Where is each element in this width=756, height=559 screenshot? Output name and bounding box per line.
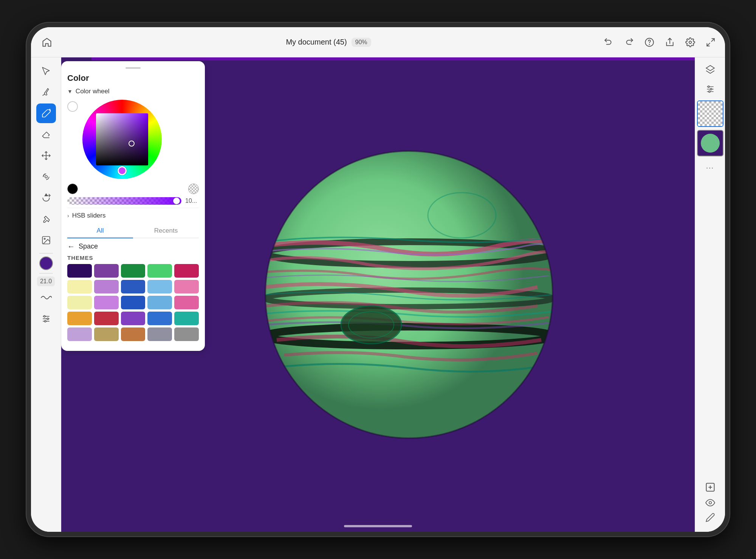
sat-dark-overlay	[96, 113, 148, 165]
swatch-2-1[interactable]	[67, 280, 92, 293]
eyedropper-tool-button[interactable]	[36, 209, 56, 229]
tab-recents[interactable]: Recents	[133, 224, 199, 238]
undo-button[interactable]	[602, 36, 615, 49]
more-options-button[interactable]: ···	[702, 159, 719, 176]
themes-label: THEMES	[67, 255, 199, 261]
svg-point-15	[44, 320, 46, 322]
color-swatches-row-5	[67, 327, 199, 341]
share-button[interactable]	[663, 36, 677, 49]
swatch-1-4[interactable]	[147, 264, 172, 278]
color-tabs: All Recents	[67, 224, 199, 238]
add-layer-button[interactable]	[705, 482, 716, 495]
layer-thumb-1[interactable]	[697, 100, 723, 127]
adjustments2-tool-button[interactable]	[36, 309, 56, 329]
pencil-button[interactable]	[705, 513, 715, 524]
color-wheel-label: Color wheel	[76, 88, 110, 95]
opacity-slider[interactable]	[67, 197, 181, 205]
swatch-2-2[interactable]	[94, 280, 119, 293]
redo-button[interactable]	[622, 36, 636, 49]
transform-tool-button[interactable]	[36, 146, 56, 165]
fullscreen-button[interactable]	[704, 36, 717, 49]
svg-point-13	[43, 315, 45, 317]
svg-point-6	[45, 176, 47, 178]
layer-thumb-2[interactable]	[697, 130, 723, 156]
swatch-3-1[interactable]	[67, 296, 92, 309]
swatch-5-2[interactable]	[94, 327, 119, 341]
black-swatch[interactable]	[67, 184, 78, 194]
adjustments-button[interactable]	[702, 81, 719, 97]
swatch-4-3[interactable]	[121, 312, 146, 325]
svg-point-35	[709, 502, 711, 504]
swatch-3-2[interactable]	[94, 296, 119, 309]
opacity-thumb[interactable]	[173, 198, 180, 204]
saturation-box[interactable]	[96, 113, 148, 165]
smudge-tool-button[interactable]	[36, 167, 56, 187]
layer-thumb-circle	[701, 134, 720, 153]
brush-size-value[interactable]: 21.0	[37, 276, 55, 286]
swatch-2-3[interactable]	[121, 280, 146, 293]
help-button[interactable]	[643, 36, 656, 49]
color-swatch-button[interactable]	[39, 256, 53, 270]
swatch-1-1[interactable]	[67, 264, 92, 278]
color-wheel[interactable]	[82, 100, 162, 179]
zoom-level[interactable]: 90%	[352, 38, 371, 47]
svg-point-29	[708, 86, 709, 87]
brush-tool-button[interactable]	[36, 82, 56, 102]
swatch-4-4[interactable]	[147, 312, 172, 325]
color-selector-handle[interactable]	[129, 141, 135, 147]
white-swatch[interactable]	[67, 101, 78, 112]
swatch-4-5[interactable]	[174, 312, 199, 325]
svg-line-5	[707, 43, 710, 46]
themes-back-label: Space	[79, 242, 98, 250]
main-content: 21.0	[31, 57, 725, 532]
swatch-1-3[interactable]	[121, 264, 146, 278]
eraser-tool-button[interactable]	[36, 125, 56, 144]
top-strip	[91, 57, 695, 60]
back-arrow-icon[interactable]: ←	[67, 242, 75, 251]
swatch-5-3[interactable]	[121, 327, 146, 341]
color-swatches-row-2	[67, 280, 199, 293]
color-wheel-wrapper[interactable]	[82, 100, 162, 179]
canvas-area[interactable]: Color ▼ Color wheel	[61, 57, 695, 532]
tab-all[interactable]: All	[67, 224, 133, 238]
wave-tool-button[interactable]	[36, 288, 56, 307]
swatch-2-4[interactable]	[147, 280, 172, 293]
swatch-3-5[interactable]	[174, 296, 199, 309]
visibility-button[interactable]	[705, 498, 715, 510]
opacity-value: 10...	[185, 198, 199, 204]
swatch-4-1[interactable]	[67, 312, 92, 325]
swatch-5-1[interactable]	[67, 327, 92, 341]
swatch-2-5[interactable]	[174, 280, 199, 293]
home-button[interactable]	[39, 34, 55, 51]
panel-title: Color	[67, 73, 199, 83]
select-tool-button[interactable]	[36, 61, 56, 81]
swatch-4-2[interactable]	[94, 312, 119, 325]
settings-button[interactable]	[683, 36, 697, 49]
color-swatches-row-3	[67, 296, 199, 309]
hsb-sliders-header[interactable]: › HSB sliders	[67, 212, 199, 219]
swatch-5-5[interactable]	[174, 327, 199, 341]
fill-tool-button[interactable]	[36, 188, 56, 208]
layers-button[interactable]	[702, 61, 719, 78]
swatch-3-3[interactable]	[121, 296, 146, 309]
swatch-1-5[interactable]	[174, 264, 199, 278]
transparent-swatch[interactable]	[188, 184, 199, 194]
hsb-sliders-section: › HSB sliders	[67, 208, 199, 219]
paint-tool-button[interactable]	[36, 103, 56, 123]
layer-thumb-transparent-bg	[698, 101, 723, 126]
image-tool-button[interactable]	[36, 230, 56, 250]
swatch-3-4[interactable]	[147, 296, 172, 309]
themes-section: ← Space THEMES	[67, 238, 199, 345]
hue-ring-selector[interactable]	[118, 166, 127, 175]
sat-background	[96, 113, 148, 165]
svg-line-4	[711, 39, 714, 42]
top-bar-center: My document (45) 90%	[286, 38, 371, 47]
panel-handle[interactable]	[125, 67, 141, 69]
swatch-1-2[interactable]	[94, 264, 119, 278]
opacity-slider-fill	[67, 197, 181, 205]
svg-point-1	[649, 44, 649, 44]
swatch-5-4[interactable]	[147, 327, 172, 341]
color-wheel-section-header[interactable]: ▼ Color wheel	[67, 88, 199, 95]
themes-header: ← Space	[67, 242, 199, 251]
planet-artwork	[254, 140, 564, 449]
